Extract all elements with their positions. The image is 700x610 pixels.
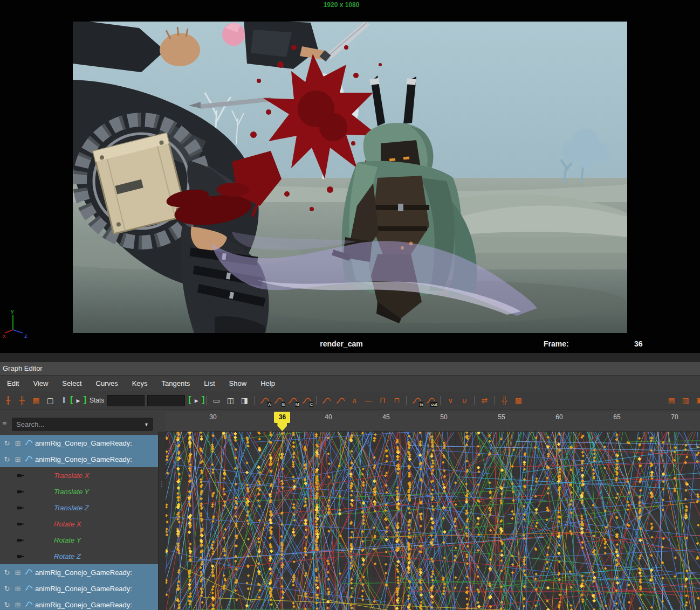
ruler-tick-label: 65 <box>606 413 628 421</box>
auto-ease-tangent-button-icon[interactable]: E <box>271 394 285 407</box>
auto-tangent-button-icon[interactable]: A <box>257 394 271 407</box>
graph-select-tool-icon[interactable]: ▸ <box>71 394 85 407</box>
plateau-tangent-button-icon[interactable]: ⊓ <box>389 394 403 407</box>
camera-name-label: render_cam <box>0 339 683 348</box>
character-set-icon: ↻ <box>3 585 11 593</box>
buffer-curve-swap-button-icon[interactable]: ▥ <box>678 394 692 407</box>
keyframe-icon <box>16 473 26 479</box>
flat-tangent-button-icon[interactable]: ― <box>361 394 375 407</box>
character-set-icon: ↻ <box>3 601 11 609</box>
menu-edit[interactable]: Edit <box>0 377 26 390</box>
grid-icon: ⊞ <box>13 439 22 447</box>
keyframe-icon <box>16 521 26 527</box>
menu-select[interactable]: Select <box>55 377 88 390</box>
node-label: animRig_Conejo_GameReady: <box>35 455 132 463</box>
current-frame-marker[interactable]: 36 <box>274 412 290 423</box>
outliner-channel-row[interactable]: Rotate X <box>0 516 158 532</box>
search-placeholder: Search... <box>16 420 144 428</box>
menu-list[interactable]: List <box>197 377 222 390</box>
stacked-view-button-icon[interactable]: ◫ <box>223 394 237 407</box>
linear-tangent-button-icon[interactable]: ∧ <box>347 394 361 407</box>
menu-view[interactable]: View <box>26 377 55 390</box>
render-viewport[interactable] <box>73 22 627 333</box>
outliner-node-row[interactable]: ↻⊞animRig_Conejo_GameReady: <box>0 435 158 451</box>
keyframe-icon <box>16 537 26 543</box>
move-nearest-picked-key-tool-icon[interactable]: ╂ <box>1 394 15 407</box>
keypad-entry-button-icon[interactable]: ▩ <box>511 394 525 407</box>
node-label: animRig_Conejo_GameReady: <box>35 439 132 447</box>
search-input[interactable]: Search... ▼ <box>12 418 153 431</box>
ruler-tick-label: 30 <box>202 413 224 421</box>
spline-tangent-button-icon[interactable] <box>319 394 333 407</box>
tangent-badge: C <box>310 402 314 407</box>
menu-help[interactable]: Help <box>253 377 282 390</box>
current-frame-pointer <box>277 423 287 431</box>
free-tangent-weight-button-icon[interactable]: ⇄ <box>477 394 491 407</box>
out-tangent-button-icon[interactable]: out <box>423 394 437 407</box>
splitter-handle-icon: ⋮ <box>159 480 165 488</box>
frame-value: 36 <box>634 339 643 348</box>
show-buffer-curves-button-icon[interactable]: ▣ <box>692 394 700 407</box>
node-label: animRig_Conejo_GameReady: <box>35 585 132 593</box>
move-key-component-button-icon[interactable]: ╬ <box>497 394 511 407</box>
tangent-badge: in <box>419 402 423 407</box>
graph-editor-panel: Graph Editor EditViewSelectCurvesKeysTan… <box>0 362 700 610</box>
curve-graph[interactable] <box>166 432 700 610</box>
outliner-channel-row[interactable]: Translate X <box>0 467 158 483</box>
unify-tangents-button-icon[interactable]: ∪ <box>457 394 471 407</box>
outliner-channel-row[interactable]: Translate Y <box>0 483 158 500</box>
absolute-view-button-icon[interactable]: ▭ <box>209 394 223 407</box>
keyframe-icon <box>16 505 26 511</box>
outliner-channel-row[interactable]: Rotate Z <box>0 548 158 564</box>
node-label: animRig_Conejo_GameReady: <box>35 569 132 577</box>
buffer-curve-snapshot-button-icon[interactable]: ▤ <box>664 394 678 407</box>
step-tangent-button-icon[interactable]: Π <box>375 394 389 407</box>
ruler-tick-label: 70 <box>664 413 685 421</box>
node-label: animRig_Conejo_GameReady: <box>35 601 132 609</box>
keyframe-icon <box>16 489 26 495</box>
retime-tool-icon[interactable]: ‖ <box>57 394 71 407</box>
stats-field-1[interactable] <box>107 395 145 406</box>
tangent-badge: A <box>267 402 271 407</box>
outliner-channel-row[interactable]: Translate Z <box>0 500 158 516</box>
character-set-icon: ↻ <box>3 439 11 447</box>
auto-mix-tangent-button-icon[interactable]: M <box>285 394 299 407</box>
dropdown-arrow-icon[interactable]: ▼ <box>144 422 149 427</box>
channel-label: Translate Z <box>54 504 89 512</box>
outliner-node-row[interactable]: ↻⊞animRig_Conejo_GameReady: <box>0 580 158 597</box>
stats-group: Stats <box>90 395 185 406</box>
stats-field-2[interactable] <box>147 395 185 406</box>
grid-icon: ⊞ <box>13 569 22 577</box>
tangent-badge: M <box>295 402 300 407</box>
playhead-snap-toggle-icon[interactable]: ▸ <box>189 394 203 407</box>
toolbar-separator <box>206 396 207 405</box>
character-set-icon: ↻ <box>3 569 11 577</box>
normalized-view-button-icon[interactable]: ◨ <box>237 394 251 407</box>
panel-menu-icon[interactable]: ≡ <box>2 419 6 428</box>
menu-tangents[interactable]: Tangents <box>155 377 197 390</box>
menu-curves[interactable]: Curves <box>89 377 125 390</box>
break-tangents-button-icon[interactable]: ∨ <box>443 394 457 407</box>
outliner-channel-row[interactable]: Rotate Y <box>0 532 158 548</box>
panel-title: Graph Editor <box>0 362 700 376</box>
clamped-tangent-button-icon[interactable] <box>333 394 347 407</box>
outliner-node-row[interactable]: ↻⊞animRig_Conejo_GameReady: <box>0 451 158 467</box>
anim-curve-icon <box>24 455 33 463</box>
outliner-node-row[interactable]: ↻⊞animRig_Conejo_GameReady: <box>0 597 158 610</box>
anim-curve-icon <box>24 601 33 609</box>
lattice-deform-keys-tool-icon[interactable]: ▦ <box>29 394 43 407</box>
current-frame-number: 36 <box>279 413 286 421</box>
panel-splitter[interactable]: ⋮ <box>158 432 166 610</box>
region-select-tool-icon[interactable]: ▢ <box>43 394 57 407</box>
in-tangent-button-icon[interactable]: in <box>409 394 423 407</box>
timeline-ruler[interactable]: 36 3040455055606570 <box>166 412 700 432</box>
insert-keys-tool-icon[interactable]: ╫ <box>15 394 29 407</box>
channel-outliner: ↻⊞animRig_Conejo_GameReady:↻⊞animRig_Con… <box>0 435 158 610</box>
menu-keys[interactable]: Keys <box>125 377 155 390</box>
channel-label: Translate Y <box>54 488 89 496</box>
auto-custom-tangent-button-icon[interactable]: C <box>299 394 313 407</box>
menu-show[interactable]: Show <box>222 377 254 390</box>
outliner-node-row[interactable]: ↻⊞animRig_Conejo_GameReady: <box>0 564 158 580</box>
channel-label: Rotate X <box>54 520 81 528</box>
resolution-gate-label: 1920 x 1080 <box>0 1 683 9</box>
